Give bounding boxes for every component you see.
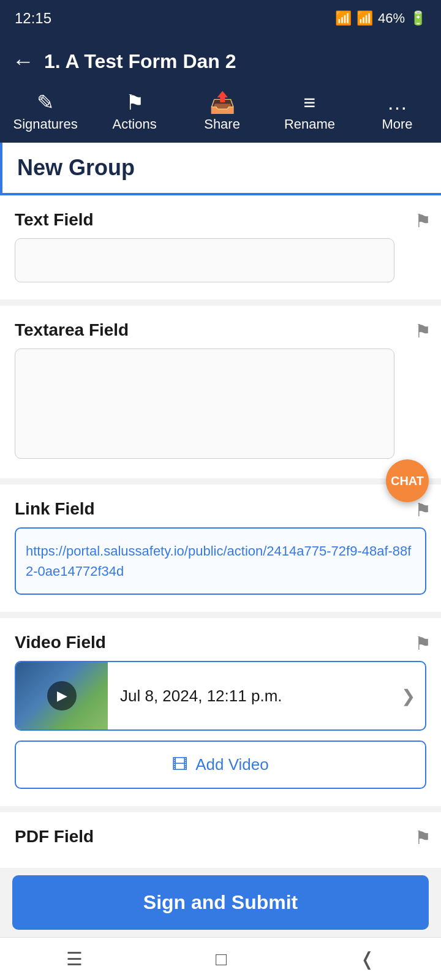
video-play-button[interactable]: ▶ (47, 681, 77, 710)
group-header: New Group (0, 143, 441, 195)
page-title: 1. A Test Form Dan 2 (44, 50, 236, 73)
nav-bar: ☰ □ ❬ (0, 937, 441, 980)
rename-icon: ≡ (304, 92, 316, 113)
pdf-field-label: PDF Field (15, 827, 426, 846)
header: ← 1. A Test Form Dan 2 (0, 37, 441, 86)
video-field-label: Video Field (15, 633, 426, 652)
nav-home-button[interactable]: □ (197, 943, 245, 976)
add-video-button[interactable]: 🎞 Add Video (15, 741, 426, 789)
video-thumbnail: ▶ (16, 662, 108, 729)
signatures-icon: ✎ (37, 92, 54, 113)
video-field-section: Video Field ⚑ ▶ Jul 8, 2024, 12:11 p.m. … (0, 612, 441, 806)
textarea-field-input[interactable] (15, 349, 394, 459)
add-video-label: Add Video (195, 755, 269, 774)
text-field-label: Text Field (15, 210, 426, 230)
back-button[interactable]: ← (12, 48, 34, 74)
actions-label: Actions (113, 116, 157, 132)
status-time: 12:15 (15, 10, 51, 27)
share-label: Share (204, 116, 240, 132)
textarea-field-label: Textarea Field (15, 320, 426, 340)
status-bar: 12:15 📶 📶 46% 🔋 (0, 0, 441, 37)
pdf-field-flag-icon[interactable]: ⚑ (415, 827, 431, 848)
actions-icon: ⚑ (126, 92, 144, 113)
battery-icon: 🔋 (410, 10, 426, 26)
signatures-label: Signatures (13, 116, 77, 132)
share-icon: 📤 (209, 92, 235, 113)
toolbar-signatures[interactable]: ✎ Signatures (13, 92, 77, 132)
battery-label: 46% (378, 10, 405, 26)
link-field-value[interactable]: https://portal.salussafety.io/public/act… (15, 527, 426, 595)
rename-label: Rename (284, 116, 335, 132)
nav-back-button[interactable]: ❬ (341, 942, 393, 976)
toolbar-share[interactable]: 📤 Share (192, 92, 253, 132)
textarea-field-flag-icon[interactable]: ⚑ (415, 320, 431, 342)
video-card[interactable]: ▶ Jul 8, 2024, 12:11 p.m. ❯ (15, 661, 426, 731)
textarea-field-section: Textarea Field ⚑ (0, 300, 441, 478)
link-field-label: Link Field (15, 499, 426, 519)
group-title: New Group (17, 155, 135, 180)
toolbar-rename[interactable]: ≡ Rename (279, 92, 341, 132)
video-chevron-icon: ❯ (401, 686, 425, 706)
wifi-icon: 📶 (335, 10, 352, 26)
form-content: New Group Text Field ⚑ Textarea Field ⚑ … (0, 143, 441, 970)
text-field-section: Text Field ⚑ (0, 195, 441, 300)
toolbar-more[interactable]: … More (366, 92, 428, 132)
pdf-field-section: PDF Field ⚑ (0, 806, 441, 872)
sign-submit-bar: Sign and Submit (0, 868, 441, 937)
nav-menu-button[interactable]: ☰ (48, 942, 101, 976)
signal-icon: 📶 (356, 10, 373, 26)
more-icon: … (386, 92, 407, 113)
link-field-flag-icon[interactable]: ⚑ (415, 499, 431, 521)
video-date: Jul 8, 2024, 12:11 p.m. (108, 687, 401, 706)
video-field-flag-icon[interactable]: ⚑ (415, 633, 431, 654)
add-video-icon: 🎞 (172, 755, 188, 774)
toolbar-actions[interactable]: ⚑ Actions (104, 92, 165, 132)
more-label: More (382, 116, 412, 132)
sign-submit-button[interactable]: Sign and Submit (12, 875, 429, 930)
link-field-section: Link Field https://portal.salussafety.io… (0, 478, 441, 612)
text-field-input[interactable] (15, 238, 394, 282)
status-icons: 📶 📶 46% 🔋 (335, 10, 426, 26)
chat-fab[interactable]: CHAT (386, 459, 429, 502)
text-field-flag-icon[interactable]: ⚑ (415, 210, 431, 232)
toolbar: ✎ Signatures ⚑ Actions 📤 Share ≡ Rename … (0, 86, 441, 143)
